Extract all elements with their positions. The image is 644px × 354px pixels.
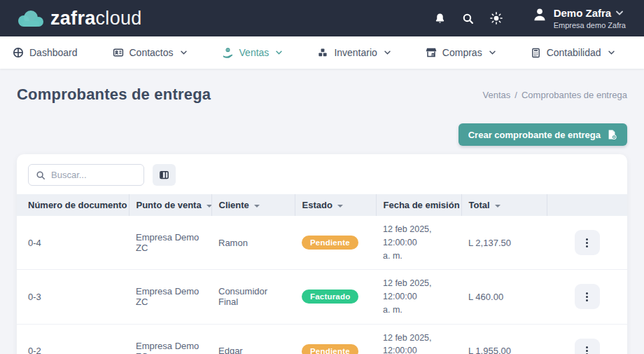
- point-of-sale: Empresa Demo ZC: [129, 270, 211, 324]
- col-header-punto-de-venta[interactable]: Punto de venta: [129, 194, 211, 216]
- col-header-fecha-emision[interactable]: Fecha de emisión: [376, 194, 461, 216]
- row-actions-button[interactable]: [575, 284, 600, 309]
- status-badge: Facturado: [302, 290, 358, 304]
- total-amount: L 2,137.50: [461, 216, 547, 270]
- kebab-icon: [586, 292, 588, 302]
- table-row: 0-4 Empresa Demo ZC Ramon Pendiente 12 f…: [17, 216, 627, 270]
- main-nav: Dashboard Contactos Ventas: [0, 36, 644, 69]
- kebab-icon: [586, 238, 588, 248]
- col-header-estado[interactable]: Estado: [295, 194, 376, 216]
- row-actions-button[interactable]: [575, 230, 600, 255]
- sales-hand-icon: [222, 47, 234, 59]
- nav-item-ventas[interactable]: Ventas: [222, 47, 283, 59]
- emission-date: 12 feb 2025, 12:00:00a. m.: [376, 324, 461, 354]
- chevron-down-icon: [276, 50, 282, 55]
- sort-icon: [337, 203, 343, 207]
- kebab-icon: [586, 346, 588, 354]
- nav-item-compras[interactable]: Compras: [426, 47, 496, 58]
- create-delivery-note-button[interactable]: Crear comprobante de entrega: [458, 123, 627, 146]
- sort-icon: [254, 203, 260, 207]
- breadcrumb: Ventas/Comprobantes de entrega: [483, 90, 627, 100]
- nav-item-inventario[interactable]: Inventario: [317, 47, 390, 58]
- client-name: Consumidor Final: [211, 270, 295, 324]
- chevron-down-icon: [616, 11, 623, 15]
- brand-logo[interactable]: zafracloud: [17, 8, 142, 29]
- chevron-down-icon: [489, 50, 496, 55]
- doc-number: 0-3: [17, 270, 129, 324]
- page-title: Comprobantes de entrega: [17, 86, 211, 104]
- nav-item-contabilidad[interactable]: Contabilidad: [531, 47, 615, 58]
- col-header-cliente[interactable]: Cliente: [211, 194, 295, 216]
- breadcrumb-parent[interactable]: Ventas: [483, 90, 511, 100]
- client-name: Edgar: [211, 324, 295, 354]
- user-name: Demo Zafra: [554, 7, 612, 19]
- nav-item-contactos[interactable]: Contactos: [113, 47, 187, 58]
- chevron-down-icon: [181, 50, 187, 55]
- calculator-icon: [531, 48, 541, 58]
- table-row: 0-2 Empresa Demo ZC Edgar Pendiente 12 f…: [17, 324, 627, 354]
- brand-name: zafracloud: [50, 8, 142, 29]
- column-visibility-button[interactable]: [153, 164, 176, 186]
- chevron-down-icon: [384, 50, 391, 55]
- breadcrumb-current: Comprobantes de entrega: [522, 90, 627, 100]
- row-actions-button[interactable]: [575, 339, 600, 354]
- inventory-boxes-icon: [317, 47, 328, 58]
- col-header-numero-documento[interactable]: Número de documento: [17, 194, 129, 216]
- doc-number: 0-4: [17, 216, 129, 270]
- total-amount: L 460.00: [461, 270, 547, 324]
- cloud-logo-icon: [17, 8, 45, 28]
- point-of-sale: Empresa Demo ZC: [129, 216, 211, 270]
- notifications-bell-icon[interactable]: [428, 6, 452, 30]
- status-badge: Pendiente: [302, 236, 358, 250]
- status-badge: Pendiente: [302, 344, 358, 354]
- delivery-notes-table: Número de documento Punto de venta Clien…: [17, 194, 627, 354]
- dashboard-icon: [13, 47, 24, 58]
- topbar: zafracloud: [0, 0, 644, 36]
- emission-date: 12 feb 2025, 12:00:00a. m.: [376, 270, 461, 324]
- contacts-card-icon: [113, 47, 124, 58]
- table-row: 0-3 Empresa Demo ZC Consumidor Final Fac…: [17, 270, 627, 324]
- col-header-total[interactable]: Total: [461, 194, 547, 216]
- table-columns-icon: [159, 170, 169, 180]
- doc-number: 0-2: [17, 324, 129, 354]
- emission-date: 12 feb 2025, 12:00:00a. m.: [376, 216, 461, 270]
- nav-item-dashboard[interactable]: Dashboard: [13, 47, 78, 58]
- file-plus-icon: [606, 129, 617, 140]
- user-menu[interactable]: Demo Zafra Empresa demo Zafra: [532, 7, 626, 29]
- search-icon[interactable]: [456, 6, 480, 30]
- delivery-notes-card: Número de documento Punto de venta Clien…: [17, 154, 627, 354]
- user-company: Empresa demo Zafra: [554, 21, 626, 29]
- sort-icon: [495, 203, 500, 207]
- theme-sun-icon[interactable]: [484, 6, 508, 30]
- user-avatar-icon: [532, 7, 547, 22]
- store-icon: [426, 47, 437, 58]
- point-of-sale: Empresa Demo ZC: [129, 324, 211, 354]
- client-name: Ramon: [211, 216, 295, 270]
- sort-icon: [206, 203, 211, 207]
- col-header-actions: [547, 194, 627, 216]
- total-amount: L 1,955.00: [461, 324, 547, 354]
- chevron-down-icon: [608, 50, 615, 55]
- search-input[interactable]: [51, 170, 136, 180]
- search-box[interactable]: [28, 164, 144, 186]
- search-icon: [36, 170, 46, 180]
